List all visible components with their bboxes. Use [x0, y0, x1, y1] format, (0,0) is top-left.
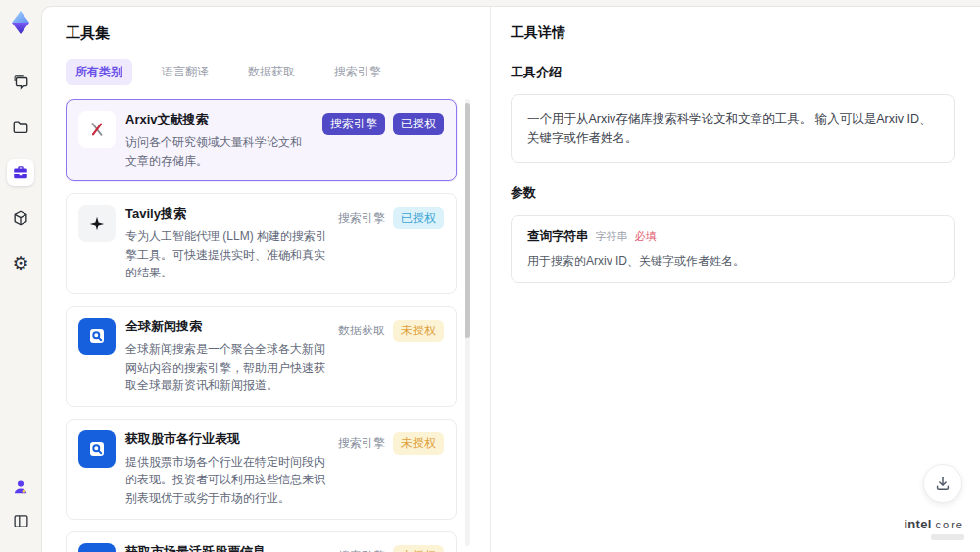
- nav-chat-icon[interactable]: [7, 69, 34, 96]
- tab-search-engine[interactable]: 搜索引擎: [324, 59, 391, 85]
- params-heading: 参数: [511, 184, 955, 202]
- tool-name: Tavily搜索: [125, 205, 328, 223]
- tool-card-sector-performance[interactable]: 获取股市各行业表现 提供股票市场各个行业在特定时间段内的表现。投资者可以利用这些…: [66, 419, 457, 520]
- tool-name: 获取市场最活跃股票信息: [125, 543, 328, 552]
- detail-title: 工具详情: [511, 25, 955, 42]
- tool-card-global-news[interactable]: 全球新闻搜索 全球新闻搜索是一个聚合全球各大新闻网站内容的搜索引擎，帮助用户快速…: [66, 306, 457, 407]
- category-label: 搜索引擎: [338, 548, 385, 552]
- auth-badge: 已授权: [393, 113, 444, 135]
- tool-detail-panel: 工具详情 工具介绍 一个用于从Arxiv存储库搜索科学论文和文章的工具。 输入可…: [491, 7, 980, 552]
- news-search-logo-icon: [78, 543, 116, 552]
- tavily-star-icon: [78, 205, 116, 242]
- content-shell: 工具集 所有类别 语言翻译 数据获取 搜索引擎 Arxiv文献搜索 访问各个研究…: [41, 6, 980, 552]
- news-search-logo-icon: [78, 318, 116, 355]
- brand-core: core: [936, 519, 964, 530]
- panel-toggle-icon[interactable]: [7, 507, 34, 534]
- param-type: 字符串: [596, 229, 628, 244]
- tool-description: 提供股票市场各个行业在特定时间段内的表现。投资者可以利用这些信息来识别表现优于或…: [125, 453, 328, 508]
- tool-name: Arxiv文献搜索: [125, 111, 313, 128]
- category-label: 数据获取: [338, 323, 385, 339]
- download-icon: [934, 475, 952, 492]
- param-required-badge: 必填: [635, 229, 657, 244]
- tab-all-categories[interactable]: 所有类别: [66, 59, 132, 85]
- nav-folder-icon[interactable]: [7, 114, 34, 141]
- tool-card-active-stocks[interactable]: 获取市场最活跃股票信息 提供当天交易量最高的股票列表，投资者可以利用这些信息来识…: [66, 531, 457, 552]
- tool-description: 专为人工智能代理 (LLM) 构建的搜索引擎工具。可快速提供实时、准确和真实的结…: [125, 227, 328, 282]
- tool-card-arxiv[interactable]: Arxiv文献搜索 访问各个研究领域大量科学论文和文章的存储库。 搜索引擎 已授…: [66, 99, 457, 181]
- param-name: 查询字符串: [527, 228, 589, 245]
- tool-description: 访问各个研究领域大量科学论文和文章的存储库。: [125, 133, 313, 170]
- auth-badge: 未授权: [393, 545, 444, 552]
- nav-toolbox-icon[interactable]: [7, 159, 34, 186]
- brand-intel: intel: [904, 517, 931, 531]
- category-badge: 搜索引擎: [322, 113, 385, 135]
- tab-data-acquisition[interactable]: 数据获取: [238, 59, 305, 85]
- tab-language-translation[interactable]: 语言翻译: [152, 59, 219, 85]
- category-label: 搜索引擎: [338, 210, 385, 226]
- auth-badge: 未授权: [393, 320, 444, 342]
- auth-badge: 未授权: [393, 432, 444, 455]
- intel-core-logo: intel core: [904, 515, 964, 540]
- category-label: 搜索引擎: [338, 435, 385, 452]
- param-item: 查询字符串 字符串 必填 用于搜索的Arxiv ID、关键字或作者姓名。: [511, 215, 955, 283]
- news-search-logo-icon: [78, 430, 116, 468]
- list-scrollbar: [465, 99, 470, 546]
- intro-heading: 工具介绍: [511, 64, 955, 81]
- nav-settings-icon[interactable]: ⚙: [7, 249, 34, 276]
- left-rail: ⚙: [0, 0, 41, 552]
- tool-card-tavily[interactable]: Tavily搜索 专为人工智能代理 (LLM) 构建的搜索引擎工具。可快速提供实…: [66, 193, 457, 294]
- page-title: 工具集: [66, 25, 470, 43]
- app-logo-icon: [8, 10, 33, 35]
- tool-list-panel: 工具集 所有类别 语言翻译 数据获取 搜索引擎 Arxiv文献搜索 访问各个研究…: [42, 7, 491, 552]
- param-description: 用于搜索的Arxiv ID、关键字或作者姓名。: [527, 253, 938, 270]
- tool-card-list: Arxiv文献搜索 访问各个研究领域大量科学论文和文章的存储库。 搜索引擎 已授…: [66, 99, 470, 552]
- category-tabs: 所有类别 语言翻译 数据获取 搜索引擎: [66, 59, 470, 85]
- arxiv-logo-icon: [78, 111, 116, 148]
- tool-name: 获取股市各行业表现: [125, 430, 328, 448]
- auth-badge: 已授权: [393, 207, 444, 229]
- tool-description: 全球新闻搜索是一个聚合全球各大新闻网站内容的搜索引擎，帮助用户快速获取全球最新资…: [125, 340, 328, 395]
- nav-cube-icon[interactable]: [7, 204, 34, 231]
- download-button[interactable]: [923, 464, 962, 503]
- brand-subtext-bar: [931, 534, 964, 540]
- list-scrollbar-thumb[interactable]: [465, 103, 470, 338]
- user-avatar-icon[interactable]: [7, 474, 34, 501]
- intro-text: 一个用于从Arxiv存储库搜索科学论文和文章的工具。 输入可以是Arxiv ID…: [511, 94, 955, 163]
- tool-name: 全球新闻搜索: [125, 318, 328, 335]
